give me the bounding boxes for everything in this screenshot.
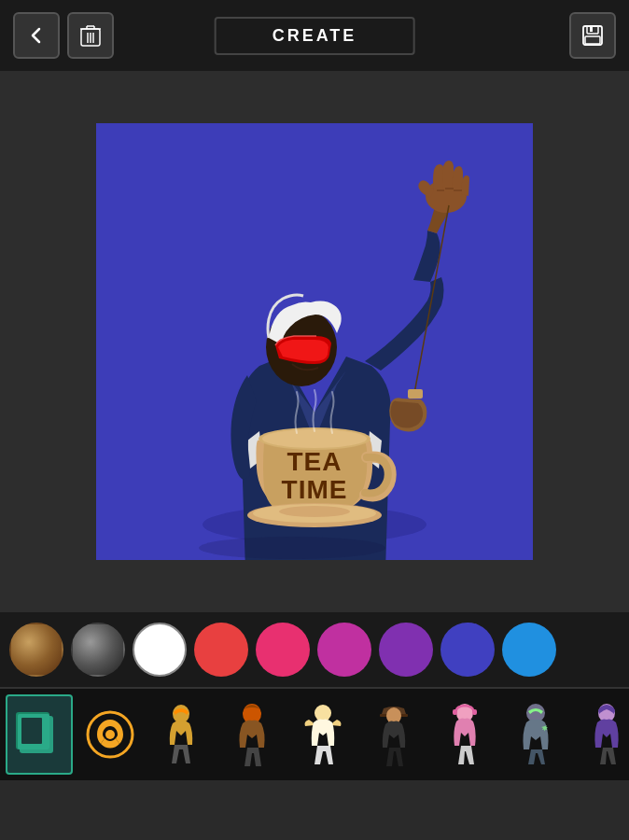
char-item-active-sticker[interactable] [6, 694, 73, 775]
svg-rect-32 [21, 718, 42, 744]
color-swatch-white[interactable] [133, 623, 187, 677]
svg-rect-10 [590, 26, 593, 32]
tracer-icon [153, 700, 209, 769]
char-item-overwatch[interactable] [77, 694, 144, 775]
active-sticker-icon [11, 700, 67, 769]
svg-text:TIME: TIME [282, 475, 348, 504]
char-item-tracer[interactable] [147, 694, 215, 775]
color-swatch-blue[interactable] [502, 623, 556, 677]
char-item-mercy[interactable] [289, 694, 356, 775]
mercy-icon [295, 700, 351, 769]
save-button[interactable] [569, 12, 616, 59]
color-swatch-indigo[interactable] [440, 623, 495, 677]
canvas-area[interactable]: TEA TIME [0, 71, 629, 612]
char-item-sombra[interactable] [573, 694, 629, 775]
sombra-icon [579, 700, 629, 769]
header: CREATE [0, 0, 629, 71]
char-item-dva[interactable] [431, 694, 498, 775]
svg-point-28 [199, 537, 385, 559]
svg-rect-41 [453, 709, 457, 715]
svg-rect-42 [472, 709, 477, 715]
back-button[interactable] [13, 12, 60, 59]
palette-bar [0, 612, 629, 687]
delete-button[interactable] [67, 12, 114, 59]
svg-text:TEA: TEA [287, 447, 342, 476]
color-swatch-purple[interactable] [379, 623, 433, 677]
svg-rect-20 [408, 389, 423, 399]
mccree-icon [366, 700, 422, 769]
torbjorn-icon [224, 700, 280, 769]
svg-point-37 [314, 705, 331, 721]
color-swatch-hotpink[interactable] [256, 623, 310, 677]
color-swatch-texture2[interactable] [71, 623, 125, 677]
dva-icon [437, 700, 493, 769]
overwatch-logo-icon [82, 700, 138, 769]
color-swatch-red[interactable] [194, 623, 248, 677]
color-swatch-magenta[interactable] [317, 623, 371, 677]
svg-point-25 [279, 506, 350, 517]
artwork-canvas[interactable]: TEA TIME [96, 123, 533, 560]
genji-icon [508, 700, 564, 769]
svg-rect-11 [585, 36, 600, 44]
page-title: CREATE [273, 26, 357, 45]
characters-bar [0, 687, 629, 780]
svg-point-34 [105, 730, 115, 739]
char-item-torbjorn[interactable] [218, 694, 286, 775]
color-swatch-texture1[interactable] [9, 623, 63, 677]
char-item-genji[interactable] [502, 694, 569, 775]
header-title-bar: CREATE [215, 17, 415, 55]
char-item-mccree[interactable] [360, 694, 427, 775]
